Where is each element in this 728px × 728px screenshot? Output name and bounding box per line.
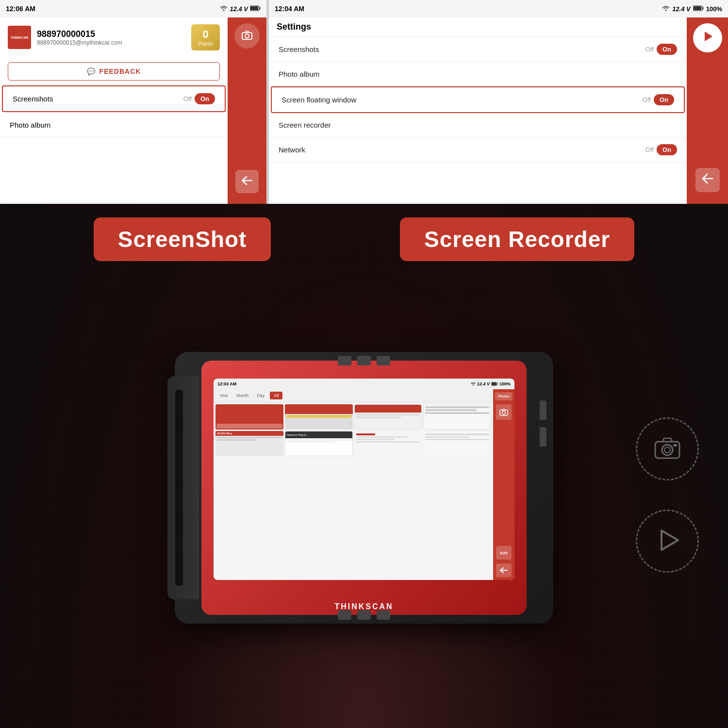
- play-circle: [636, 510, 699, 573]
- connector-2: [357, 356, 371, 365]
- right-photo-album-row[interactable]: Photo album: [269, 62, 687, 86]
- screen-recorder-label: Screen recorder: [279, 121, 331, 129]
- screen-recorder-row[interactable]: Screen recorder: [269, 113, 687, 137]
- screen-status-icons: 12.4 V 100%: [471, 381, 511, 386]
- right-sidebar: [687, 17, 728, 204]
- right-percent: 100%: [706, 5, 722, 13]
- back-icon-right: [702, 174, 713, 186]
- play-icon-sidebar: [702, 30, 713, 46]
- svg-point-13: [664, 447, 670, 453]
- device-left-grip: [167, 376, 199, 599]
- right-screenshots-row[interactable]: Screenshots Off On: [269, 37, 687, 62]
- r-toggle-on-0[interactable]: On: [657, 44, 677, 55]
- connector-6: [377, 610, 390, 620]
- toggle-off-label: Off: [183, 95, 192, 102]
- screenshots-toggle[interactable]: Off On: [183, 93, 215, 104]
- screenshot-label-badge: ScreenShot: [94, 217, 271, 261]
- settings-label: Settings: [277, 22, 311, 32]
- points-value: 0: [198, 28, 213, 41]
- svg-marker-15: [662, 530, 678, 550]
- grip-slot: [175, 390, 183, 586]
- r-toggle-off-2: Off: [643, 96, 651, 103]
- connector-4: [338, 610, 351, 620]
- svg-point-5: [245, 34, 249, 38]
- top-section: 12:06 AM 12.4 V THINKCAR: [0, 0, 728, 204]
- back-btn-right[interactable]: [695, 168, 720, 192]
- screen-voltage: 12.4 V: [477, 381, 490, 386]
- toggle-on-button[interactable]: On: [195, 93, 215, 104]
- camera-screen-btn[interactable]: [496, 404, 512, 420]
- settings-content: Settings Screenshots Off On Photo album: [269, 17, 687, 204]
- recorder-label-text: Screen Recorder: [424, 227, 610, 252]
- right-inner: Settings Screenshots Off On Photo album: [269, 17, 728, 204]
- r-toggle-on-4[interactable]: On: [657, 144, 677, 155]
- camera-large-icon: [653, 436, 682, 462]
- feedback-icon: 💬: [87, 67, 96, 75]
- settings-title: Settings: [269, 17, 687, 37]
- left-status-bar: 12:06 AM 12.4 V: [0, 0, 266, 17]
- device-brand: THINKSCAN: [214, 602, 514, 611]
- back-button-left[interactable]: [235, 170, 259, 193]
- play-large-icon: [653, 526, 682, 557]
- screen-tabs: Year Month Day All: [214, 389, 493, 402]
- profile-id: 988970000015: [37, 29, 185, 39]
- svg-point-21: [502, 411, 506, 414]
- screen-photo-grid: SCAN Plus Network Repai...: [214, 402, 493, 458]
- right-btn-1[interactable]: [540, 400, 546, 420]
- svg-point-16: [473, 385, 474, 386]
- screen-sidebar: Photo Edit: [493, 389, 514, 580]
- screen-floating-toggle[interactable]: Off On: [643, 94, 674, 105]
- svg-point-12: [662, 445, 673, 455]
- left-time: 12:06 AM: [6, 5, 35, 13]
- device-container: 12:03 AM 12.4 V 100% Year Month Day All: [175, 352, 553, 624]
- thumb-4: [423, 404, 491, 430]
- recorder-label-badge: Screen Recorder: [400, 217, 634, 261]
- screen-floating-row[interactable]: Screen floating window Off On: [271, 86, 685, 113]
- tab-day[interactable]: Day: [254, 392, 267, 399]
- edit-label: Edit: [500, 551, 507, 555]
- thumb-8: [423, 431, 491, 456]
- tab-month[interactable]: Month: [233, 392, 251, 399]
- network-toggle[interactable]: Off On: [645, 144, 677, 155]
- play-sidebar-btn[interactable]: [693, 23, 722, 52]
- right-status-icons: 12.4 V 100%: [662, 5, 722, 13]
- tab-all[interactable]: All: [270, 392, 282, 399]
- left-settings-sidebar: [228, 17, 266, 204]
- right-screenshots-toggle[interactable]: Off On: [645, 44, 677, 55]
- left-status-icons: 12.4 V: [220, 5, 261, 13]
- r-toggle-off-0: Off: [645, 46, 654, 53]
- thumb-6: Network Repai...: [285, 431, 353, 456]
- photo-album-row[interactable]: Photo album: [0, 114, 228, 136]
- r-toggle-on-2[interactable]: On: [654, 94, 674, 105]
- right-time: 12:04 AM: [275, 5, 304, 13]
- left-main-content: THINKCAR 988970000015 988970000015@mythi…: [0, 17, 228, 204]
- back-icon-left: [242, 176, 252, 187]
- photo-label: Photo: [495, 392, 513, 400]
- feedback-button[interactable]: 💬 FEEDBACK: [8, 62, 220, 81]
- right-panel: 12:04 AM 12.4 V 100% Settings: [269, 0, 728, 204]
- svg-rect-19: [497, 383, 498, 385]
- camera-icon: [241, 29, 253, 43]
- voltage-right: 12.4 V: [672, 5, 691, 13]
- logo-text: THINKCAR: [11, 36, 29, 39]
- tab-year[interactable]: Year: [216, 392, 231, 399]
- camera-circle: [636, 417, 699, 480]
- edit-btn[interactable]: Edit: [496, 546, 512, 560]
- profile-email: 988970000015@mythinkcar.com: [37, 39, 185, 46]
- top-connectors: [218, 356, 510, 365]
- back-screen-btn[interactable]: [496, 563, 512, 577]
- points-badge: 0 Points: [191, 24, 220, 50]
- bottom-connectors: [218, 610, 510, 620]
- screenshots-row[interactable]: Screenshots Off On: [2, 85, 226, 112]
- battery-icon-right: [693, 5, 704, 13]
- device-screen: 12:03 AM 12.4 V 100% Year Month Day All: [214, 379, 514, 580]
- left-content-area: THINKCAR 988970000015 988970000015@mythi…: [0, 17, 266, 204]
- network-label: Network: [279, 146, 305, 154]
- camera-sidebar-btn[interactable]: [234, 23, 260, 49]
- connector-5: [357, 610, 371, 620]
- network-row[interactable]: Network Off On: [269, 137, 687, 163]
- svg-point-6: [665, 9, 667, 11]
- svg-rect-3: [260, 7, 261, 9]
- left-panel: 12:06 AM 12.4 V THINKCAR: [0, 0, 267, 204]
- right-btn-2[interactable]: [540, 427, 546, 447]
